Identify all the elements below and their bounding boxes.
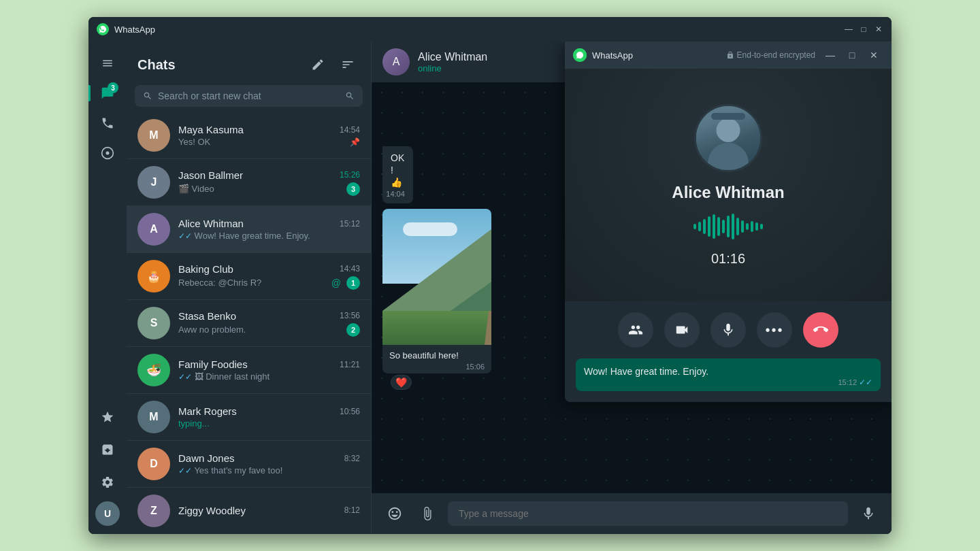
search-input[interactable]	[158, 90, 340, 101]
chat-name: Maya Kasuma	[178, 124, 244, 135]
sidebar-chats-icon[interactable]: 3	[94, 80, 121, 107]
chat-name: Ziggy Woodley	[178, 505, 246, 516]
read-tick: ✓✓	[859, 378, 872, 387]
call-more-button[interactable]: •••	[757, 312, 792, 348]
header-icons	[306, 52, 360, 77]
close-button[interactable]: ✕	[874, 24, 883, 34]
call-chat-message: Wow! Have great time. Enjoy. 15:12 ✓✓	[576, 358, 881, 391]
chat-time: 10:56	[340, 407, 360, 416]
svg-point-1	[106, 152, 110, 155]
call-contact-avatar	[694, 104, 762, 172]
message-input[interactable]	[448, 501, 848, 526]
chat-area: A Alice Whitman online	[372, 41, 892, 534]
chat-info: Mark Rogers 10:56 typing...	[178, 405, 360, 429]
call-close-button[interactable]: ✕	[864, 46, 883, 65]
chat-time: 11:21	[340, 360, 360, 369]
chat-item[interactable]: D Dawn Jones 8:32 ✓✓ Yes that's my fave …	[127, 441, 371, 488]
chat-list: M Maya Kasuma 14:54 Yes! OK 📌 J	[127, 112, 371, 534]
chat-name: Jason Ballmer	[178, 169, 243, 181]
message-image	[382, 209, 491, 345]
end-call-button[interactable]	[803, 312, 838, 348]
chat-item[interactable]: 🎂 Baking Club 14:43 Rebecca: @Chris R? @…	[127, 253, 371, 300]
chat-info: Jason Ballmer 15:26 🎬 Video 3	[178, 169, 360, 196]
call-message-text: Wow! Have great time. Enjoy.	[584, 366, 708, 377]
chat-time: 8:32	[344, 454, 360, 463]
chat-info: Maya Kasuma 14:54 Yes! OK 📌	[178, 124, 360, 147]
chat-info: Stasa Benko 13:56 Aww no problem. 2	[178, 310, 360, 337]
chat-item[interactable]: S Stasa Benko 13:56 Aww no problem. 2	[127, 300, 371, 347]
call-app-logo	[573, 48, 587, 62]
avatar: 🍜	[137, 354, 170, 386]
chat-item[interactable]: M Mark Rogers 10:56 typing...	[127, 394, 371, 441]
app-body: 3 U Cha	[88, 41, 892, 534]
chat-info: Dawn Jones 8:32 ✓✓ Yes that's my fave to…	[178, 452, 360, 475]
user-avatar[interactable]: U	[95, 501, 120, 526]
title-bar: WhatsApp — □ ✕	[88, 17, 892, 41]
message-time: 15:06	[389, 363, 485, 371]
chat-item[interactable]: M Maya Kasuma 14:54 Yes! OK 📌	[127, 112, 371, 159]
chat-info: Baking Club 14:43 Rebecca: @Chris R? @ 1	[178, 263, 360, 290]
maximize-button[interactable]: □	[859, 24, 868, 34]
call-actions: •••	[565, 301, 892, 358]
minimize-button[interactable]: —	[844, 24, 853, 34]
attach-button[interactable]	[415, 501, 440, 526]
add-participant-button[interactable]	[618, 312, 653, 348]
app-logo	[97, 23, 109, 35]
sidebar-settings-icon[interactable]	[94, 469, 121, 496]
chats-badge: 3	[108, 82, 118, 93]
sidebar-archive-icon[interactable]	[94, 436, 121, 463]
chat-info: Ziggy Woodley 8:12	[178, 505, 360, 518]
chat-info: Family Foodies 11:21 ✓✓ 🖼 Dinner last ni…	[178, 358, 360, 382]
title-bar-title: WhatsApp	[114, 24, 844, 35]
voice-message-button[interactable]	[856, 501, 881, 526]
avatar: S	[137, 307, 170, 339]
sidebar-menu-icon[interactable]	[94, 50, 121, 77]
title-bar-controls: — □ ✕	[844, 24, 883, 34]
unread-badge: 2	[346, 323, 360, 337]
chat-preview: Rebecca: @Chris R?	[178, 278, 331, 288]
chat-preview: ✓✓ Wow! Have great time. Enjoy.	[178, 231, 360, 241]
chat-name: Family Foodies	[178, 358, 248, 370]
emoji-button[interactable]	[382, 501, 407, 526]
new-chat-button[interactable]	[306, 52, 330, 77]
call-mute-button[interactable]	[710, 312, 746, 348]
encryption-label: End-to-end encrypted	[726, 50, 815, 60]
chat-item[interactable]: J Jason Ballmer 15:26 🎬 Video 3	[127, 159, 371, 206]
chat-time: 13:56	[340, 311, 360, 320]
sidebar-starred-icon[interactable]	[94, 403, 121, 431]
contact-avatar[interactable]: A	[382, 48, 410, 76]
chat-item[interactable]: Z Ziggy Woodley 8:12	[127, 488, 371, 534]
call-app-name: WhatsApp	[592, 50, 721, 61]
call-video-button[interactable]	[664, 312, 700, 348]
call-minimize-button[interactable]: —	[821, 46, 840, 65]
call-timer: 01:16	[711, 251, 745, 267]
call-maximize-button[interactable]: □	[843, 46, 862, 65]
sidebar-status-icon[interactable]	[94, 139, 121, 167]
search-bar	[135, 85, 363, 107]
filter-button[interactable]	[336, 52, 360, 77]
call-contact-name: Alice Whitman	[672, 183, 784, 202]
chat-time: 8:12	[344, 505, 360, 515]
chat-time: 15:12	[340, 219, 360, 229]
message-time: 14:04	[391, 190, 405, 198]
avatar: D	[137, 448, 170, 480]
chat-preview: ✓✓ Yes that's my fave too!	[178, 465, 360, 475]
sidebar-calls-icon[interactable]	[94, 110, 121, 137]
unread-badge: 1	[346, 276, 360, 290]
call-overlay-controls: — □ ✕	[821, 46, 883, 65]
chat-info: Alice Whitman 15:12 ✓✓ Wow! Have great t…	[178, 218, 360, 241]
call-overlay: WhatsApp End-to-end encrypted — □ ✕	[565, 41, 892, 402]
avatar: A	[137, 213, 170, 246]
search-action-icon	[345, 91, 355, 101]
call-message-time: 15:12 ✓✓	[584, 378, 872, 387]
message-bubble-incoming: OK! 👍 14:04	[382, 146, 429, 203]
sidebar-bottom: U	[94, 403, 121, 526]
chat-time: 15:26	[340, 170, 360, 180]
app-window: WhatsApp — □ ✕ 3	[88, 17, 892, 534]
call-titlebar: WhatsApp End-to-end encrypted — □ ✕	[565, 41, 892, 69]
chat-item[interactable]: 🍜 Family Foodies 11:21 ✓✓ 🖼 Dinner last …	[127, 347, 371, 394]
message-text: OK! 👍	[391, 152, 404, 188]
chat-list-panel: Chats M	[127, 41, 372, 534]
message-reaction[interactable]: ❤️	[391, 375, 412, 390]
chat-item-active[interactable]: A Alice Whitman 15:12 ✓✓ Wow! Have great…	[127, 206, 371, 253]
